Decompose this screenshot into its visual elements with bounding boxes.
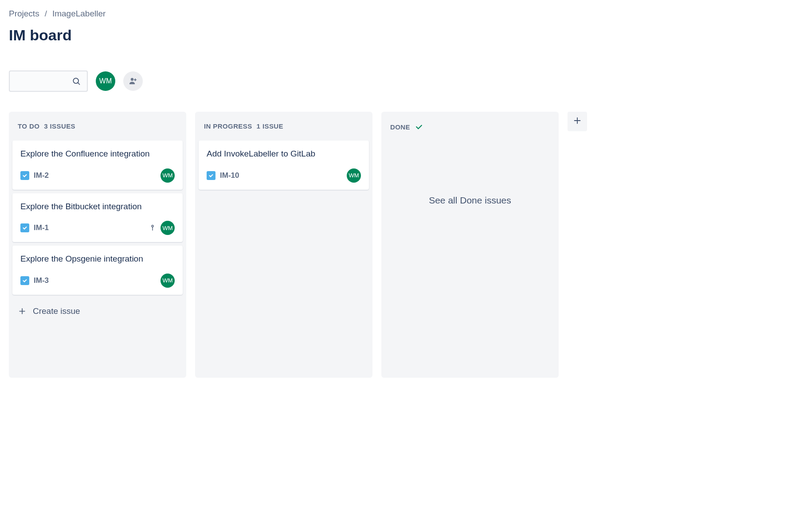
column-todo: TO DO 3 ISSUES Explore the Confluence in…	[9, 112, 186, 378]
assignee-avatar[interactable]: WM	[161, 274, 175, 288]
column-count: 1 ISSUE	[257, 122, 283, 130]
create-issue-button[interactable]: Create issue	[12, 300, 183, 322]
issue-key: IM-1	[34, 223, 49, 232]
task-type-icon	[207, 171, 215, 180]
create-issue-label: Create issue	[33, 306, 80, 316]
user-avatar-initials: WM	[99, 77, 112, 85]
add-people-button[interactable]	[123, 71, 143, 91]
issue-card[interactable]: Explore the Confluence integration IM-2 …	[12, 141, 183, 190]
issue-title: Add InvokeLabeller to GitLab	[207, 148, 361, 160]
column-count: 3 ISSUES	[44, 122, 75, 130]
priority-icon	[149, 224, 156, 231]
svg-rect-4	[134, 79, 137, 80]
assignee-avatar[interactable]: WM	[161, 221, 175, 235]
svg-point-2	[131, 78, 133, 81]
issue-title: Explore the Bitbucket integration	[20, 200, 175, 213]
column-title: DONE	[390, 123, 410, 131]
issue-title: Explore the Opsgenie integration	[20, 253, 175, 266]
plus-icon	[572, 116, 582, 127]
issue-card[interactable]: Add InvokeLabeller to GitLab IM-10 WM	[199, 141, 369, 190]
breadcrumb-current-link[interactable]: ImageLabeller	[52, 9, 106, 19]
issue-card[interactable]: Explore the Bitbucket integration IM-1 W…	[12, 193, 183, 243]
breadcrumb: Projects / ImageLabeller	[9, 9, 790, 19]
assignee-avatar[interactable]: WM	[161, 168, 175, 183]
issue-key: IM-3	[34, 276, 49, 285]
svg-line-1	[78, 83, 80, 85]
user-avatar[interactable]: WM	[96, 71, 115, 91]
column-title: TO DO	[18, 122, 39, 130]
add-column-button[interactable]	[568, 112, 587, 131]
check-icon	[415, 122, 423, 131]
toolbar: WM	[9, 70, 790, 92]
plus-icon	[18, 307, 27, 316]
column-title: IN PROGRESS	[204, 122, 252, 130]
breadcrumb-projects-link[interactable]: Projects	[9, 9, 39, 19]
column-header-in-progress[interactable]: IN PROGRESS 1 ISSUE	[199, 118, 369, 141]
issue-card[interactable]: Explore the Opsgenie integration IM-3 WM	[12, 246, 183, 295]
svg-point-5	[152, 225, 153, 227]
page-title: IM board	[9, 27, 790, 44]
task-type-icon	[20, 276, 29, 285]
issue-key: IM-10	[220, 171, 239, 180]
add-people-icon	[128, 76, 138, 86]
search-icon	[72, 77, 81, 86]
search-input[interactable]	[9, 70, 88, 92]
assignee-avatar[interactable]: WM	[347, 168, 361, 183]
breadcrumb-separator: /	[45, 9, 47, 19]
column-done: DONE See all Done issues	[381, 112, 559, 378]
column-header-todo[interactable]: TO DO 3 ISSUES	[12, 118, 183, 141]
task-type-icon	[20, 223, 29, 232]
column-header-done[interactable]: DONE	[385, 118, 555, 142]
see-all-done-link[interactable]: See all Done issues	[385, 195, 555, 206]
task-type-icon	[20, 171, 29, 180]
column-in-progress: IN PROGRESS 1 ISSUE Add InvokeLabeller t…	[195, 112, 372, 378]
issue-key: IM-2	[34, 171, 49, 180]
issue-title: Explore the Confluence integration	[20, 148, 175, 160]
kanban-board: TO DO 3 ISSUES Explore the Confluence in…	[9, 112, 790, 378]
